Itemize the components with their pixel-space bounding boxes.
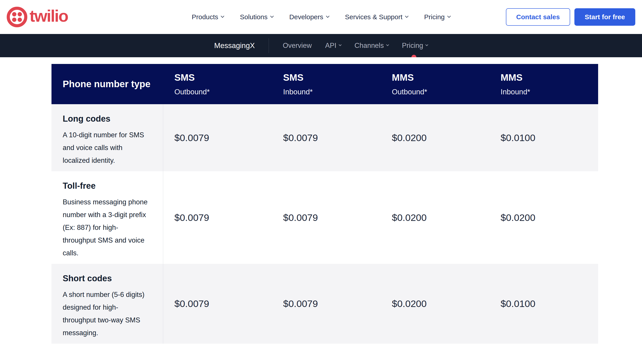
column-header-mms-outbound: MMS Outbound* (381, 64, 490, 104)
price-cell-mms-outbound: $0.0200 (381, 104, 490, 171)
price-cell-sms-inbound: $0.0079 (272, 264, 381, 344)
table-row-short-codes: Short codes A short number (5-6 digits) … (52, 264, 598, 344)
price-cell-sms-outbound: $0.0079 (163, 171, 272, 264)
column-header-phone-number-type: Phone number type (52, 64, 163, 104)
price-cell-mms-inbound: $0.0200 (489, 171, 598, 264)
table-row-toll-free: Toll-free Business messaging phone numbe… (52, 171, 598, 264)
subnav-product-messagingx[interactable]: MessagingX (214, 41, 255, 50)
price-cell-sms-inbound: $0.0079 (272, 171, 381, 264)
nav-item-services-support[interactable]: Services & Support (345, 13, 408, 21)
chevron-down-icon (339, 43, 342, 46)
table-row-long-codes: Long codes A 10-digit number for SMS and… (52, 104, 598, 171)
chevron-down-icon (221, 14, 225, 18)
row-header-toll-free: Toll-free Business messaging phone numbe… (52, 171, 163, 264)
product-sub-navigation-bar: MessagingX Overview API Channels Pricing (0, 34, 642, 57)
subnav-links: Overview API Channels Pricing (283, 42, 428, 50)
price-cell-mms-outbound: $0.0200 (381, 171, 490, 264)
price-cell-sms-inbound: $0.0079 (272, 104, 381, 171)
primary-nav: Products Solutions Developers Services &… (192, 13, 450, 21)
nav-item-solutions[interactable]: Solutions (240, 13, 273, 21)
top-navigation-bar: twilio Products Solutions Developers Ser… (0, 0, 642, 34)
column-header-sms-outbound: SMS Outbound* (163, 64, 272, 104)
chevron-down-icon (270, 14, 274, 18)
row-header-short-codes: Short codes A short number (5-6 digits) … (52, 264, 163, 344)
active-page-indicator-dot (411, 55, 416, 57)
vertical-divider (269, 38, 269, 53)
contact-sales-button[interactable]: Contact sales (506, 8, 570, 26)
price-cell-mms-inbound: $0.0100 (489, 104, 598, 171)
nav-item-pricing[interactable]: Pricing (424, 13, 450, 21)
chevron-down-icon (425, 43, 428, 46)
chevron-down-icon (447, 14, 451, 18)
chevron-down-icon (326, 14, 329, 18)
twilio-logo-icon (7, 7, 27, 27)
subnav-item-api[interactable]: API (325, 42, 341, 50)
subnav-item-pricing[interactable]: Pricing (402, 42, 428, 50)
chevron-down-icon (386, 43, 389, 46)
column-header-mms-inbound: MMS Inbound* (489, 64, 598, 104)
row-header-long-codes: Long codes A 10-digit number for SMS and… (52, 104, 163, 171)
twilio-wordmark: twilio (30, 8, 68, 26)
subnav-content: MessagingX Overview API Channels Pricing (214, 38, 428, 53)
chevron-down-icon (405, 14, 409, 18)
twilio-logo[interactable]: twilio (7, 7, 68, 27)
price-cell-mms-outbound: $0.0200 (381, 264, 490, 344)
nav-actions: Contact sales Start for free (506, 8, 635, 26)
pricing-table: Phone number type SMS Outbound* SMS Inbo… (52, 64, 598, 344)
subnav-item-overview[interactable]: Overview (283, 42, 312, 50)
price-cell-sms-outbound: $0.0079 (163, 264, 272, 344)
nav-item-products[interactable]: Products (192, 13, 224, 21)
start-for-free-button[interactable]: Start for free (574, 8, 635, 26)
price-cell-sms-outbound: $0.0079 (163, 104, 272, 171)
subnav-item-channels[interactable]: Channels (355, 42, 389, 50)
price-cell-mms-inbound: $0.0100 (489, 264, 598, 344)
nav-item-developers[interactable]: Developers (289, 13, 329, 21)
pricing-table-header: Phone number type SMS Outbound* SMS Inbo… (52, 64, 598, 104)
column-header-sms-inbound: SMS Inbound* (272, 64, 381, 104)
